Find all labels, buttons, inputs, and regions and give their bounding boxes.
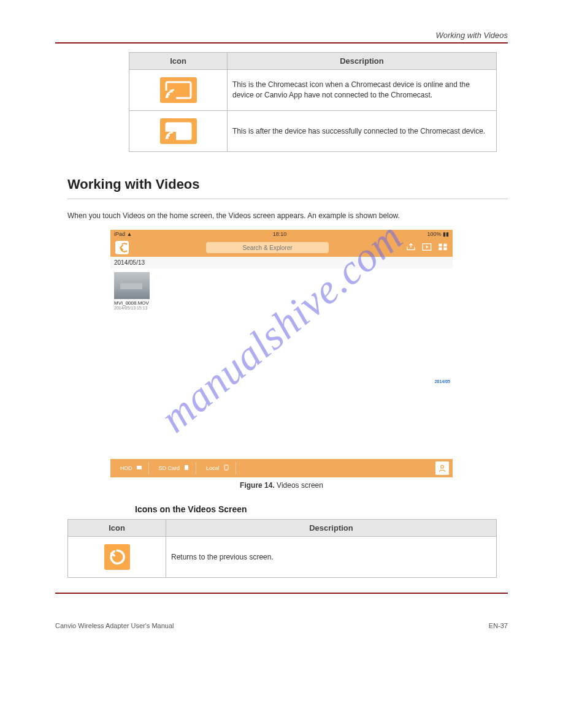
view-toggle-icon[interactable] xyxy=(438,243,448,253)
icon-table-top: Icon Description xyxy=(129,52,497,152)
thumbnail-date: 2014/05/13 15:13 xyxy=(114,306,150,310)
icon-desc: This is the Chromecast icon when a Chrom… xyxy=(228,70,497,111)
icons-subhead: Icons on the Videos Screen xyxy=(135,504,508,514)
share-icon[interactable] xyxy=(406,243,416,253)
tab-hdd-label: HDD xyxy=(120,465,132,471)
svg-point-3 xyxy=(166,96,169,98)
user-button[interactable] xyxy=(435,461,449,475)
now-playing-icon[interactable] xyxy=(422,243,432,253)
footer-left: Canvio Wireless Adapter User's Manual xyxy=(55,622,174,629)
svg-rect-13 xyxy=(224,465,228,470)
svg-point-14 xyxy=(441,465,444,468)
figure-caption: Figure 14. Videos screen xyxy=(55,481,508,490)
icon-desc: This is after the device has successfull… xyxy=(228,111,497,152)
videos-screenshot: iPad ▲ 18:10 100% ▮▮ xyxy=(110,230,453,477)
svg-rect-9 xyxy=(443,243,446,246)
table-row: This is the Chromecast icon when a Chrom… xyxy=(129,70,497,111)
table-row: This is after the device has successfull… xyxy=(129,111,497,152)
svg-rect-8 xyxy=(439,243,442,246)
page: Working with Videos Icon Description xyxy=(0,0,563,618)
hdd-icon xyxy=(136,464,142,472)
video-thumbnail[interactable]: MVI_0008.MOV 2014/05/13 15:13 xyxy=(114,272,150,310)
footer-right: EN-37 xyxy=(489,622,508,629)
tab-sdcard-label: SD Card xyxy=(159,465,180,471)
videos-body: 2014/05/13 MVI_0008.MOV 2014/05/13 15:13… xyxy=(110,257,453,459)
section-intro: When you touch Videos on the home screen… xyxy=(67,210,496,221)
status-bar: iPad ▲ 18:10 100% ▮▮ xyxy=(110,230,453,238)
tab-sdcard[interactable]: SD Card xyxy=(153,462,197,474)
top-rule xyxy=(55,42,508,44)
section-rule xyxy=(67,199,508,199)
cast-filled-icon xyxy=(160,118,197,144)
tab-local[interactable]: Local xyxy=(200,462,236,474)
th-desc: Description xyxy=(228,53,497,70)
thumbnail-filename: MVI_0008.MOV xyxy=(114,300,150,306)
svg-rect-10 xyxy=(439,247,442,250)
search-input[interactable] xyxy=(206,242,329,253)
sdcard-icon xyxy=(183,464,190,472)
figure-text: Videos screen xyxy=(277,481,323,490)
status-device: iPad xyxy=(114,231,125,237)
status-time: 18:10 xyxy=(273,231,287,237)
app-toolbar xyxy=(110,238,453,257)
bottom-rule xyxy=(55,593,508,594)
status-battery: 100% xyxy=(427,231,441,237)
tab-hdd[interactable]: HDD xyxy=(114,462,149,474)
table-row: Returns to the previous screen. xyxy=(68,537,497,578)
search-container xyxy=(132,242,402,253)
bottom-bar: HDD SD Card Local xyxy=(110,459,453,477)
tab-local-label: Local xyxy=(206,465,220,471)
th-icon: Icon xyxy=(68,520,166,537)
svg-rect-12 xyxy=(137,466,142,469)
back-button[interactable] xyxy=(115,241,129,254)
th-desc: Description xyxy=(166,520,497,537)
svg-point-6 xyxy=(166,137,169,139)
cast-icon xyxy=(160,77,197,103)
date-header: 2014/05/13 xyxy=(110,257,453,268)
device-icon xyxy=(223,464,229,472)
scroll-index-label: 2014/05 xyxy=(435,379,450,384)
footer: Canvio Wireless Adapter User's Manual EN… xyxy=(0,618,563,654)
battery-icon: ▮▮ xyxy=(443,231,449,237)
section-title: Working with Videos xyxy=(67,176,508,192)
wifi-icon: ▲ xyxy=(127,231,132,237)
th-icon: Icon xyxy=(129,53,228,70)
page-header-title: Working with Videos xyxy=(55,31,508,40)
icon-table-bottom: Icon Description Returns to the previous… xyxy=(67,519,497,578)
svg-rect-11 xyxy=(443,247,446,250)
figure-label: Figure 14. xyxy=(240,481,275,490)
toolbar-actions xyxy=(406,243,448,253)
icon-desc: Returns to the previous screen. xyxy=(166,537,497,578)
back-icon xyxy=(104,544,130,570)
thumbnail-image xyxy=(114,272,150,299)
